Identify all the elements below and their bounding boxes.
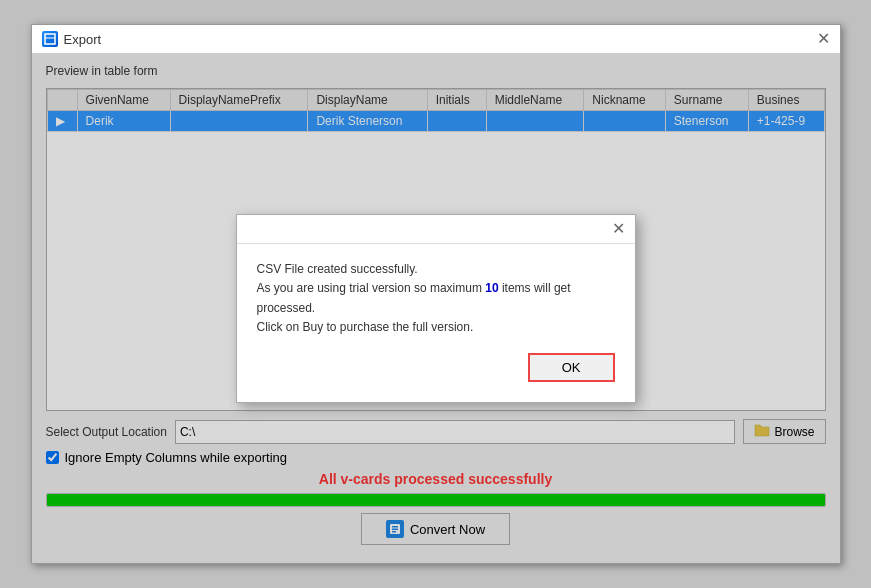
dialog-title-bar: ✕ bbox=[237, 215, 635, 244]
window-title: Export bbox=[64, 32, 102, 47]
app-icon bbox=[42, 31, 58, 47]
window-body: Preview in table form GivenName DisplayN… bbox=[32, 54, 840, 563]
svg-rect-0 bbox=[45, 34, 55, 44]
dialog-buttons: OK bbox=[257, 353, 615, 382]
export-window: Export ✕ Preview in table form GivenName… bbox=[31, 24, 841, 564]
dialog: ✕ CSV File created successfully. As you … bbox=[236, 214, 636, 403]
title-bar: Export ✕ bbox=[32, 25, 840, 54]
title-bar-left: Export bbox=[42, 31, 102, 47]
dialog-close-button[interactable]: ✕ bbox=[612, 221, 625, 237]
dialog-highlight: 10 bbox=[485, 281, 498, 295]
dialog-line2-pre: As you are using trial version so maximu… bbox=[257, 281, 486, 295]
dialog-line3: Click on Buy to purchase the full versio… bbox=[257, 320, 474, 334]
dialog-overlay: ✕ CSV File created successfully. As you … bbox=[32, 54, 840, 563]
dialog-line1: CSV File created successfully. bbox=[257, 262, 418, 276]
window-close-button[interactable]: ✕ bbox=[817, 31, 830, 47]
dialog-message: CSV File created successfully. As you ar… bbox=[257, 260, 615, 337]
ok-button[interactable]: OK bbox=[528, 353, 615, 382]
dialog-body: CSV File created successfully. As you ar… bbox=[237, 244, 635, 402]
